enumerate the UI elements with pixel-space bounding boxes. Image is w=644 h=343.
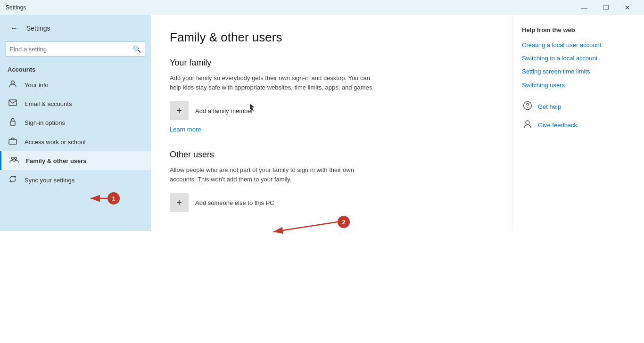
search-icon: 🔍 — [133, 45, 141, 53]
page-title: Family & other users — [170, 30, 493, 45]
svg-rect-2 — [10, 121, 15, 125]
svg-rect-1 — [9, 100, 17, 106]
add-family-icon: + — [170, 101, 189, 120]
accounts-label: Accounts — [0, 62, 151, 75]
sign-in-icon — [8, 117, 18, 128]
help-link-switching-local[interactable]: Switching to a local account — [522, 54, 635, 63]
right-panel: Help from the web Creating a local user … — [512, 15, 644, 231]
family-label: Family & other users — [26, 157, 87, 164]
help-link-creating-local[interactable]: Creating a local user account — [522, 41, 635, 49]
svg-point-5 — [15, 157, 17, 160]
sync-icon — [8, 175, 18, 185]
help-link-screen-time[interactable]: Setting screen time limits — [522, 67, 635, 76]
minimize-button[interactable]: — — [573, 0, 595, 15]
sign-in-label: Sign-in options — [25, 119, 65, 126]
app-body: ← Settings 🔍 Accounts Your info — [0, 15, 644, 231]
back-button[interactable]: ← — [8, 22, 21, 35]
svg-point-8 — [526, 121, 529, 124]
give-feedback-action[interactable]: Give feedback — [522, 119, 635, 131]
other-users-title: Other users — [170, 150, 493, 160]
svg-point-0 — [11, 81, 15, 84]
svg-rect-3 — [9, 139, 17, 144]
help-title: Help from the web — [522, 26, 635, 33]
your-family-desc: Add your family so everybody gets their … — [170, 74, 382, 92]
help-actions: Get help Give feedback — [522, 101, 635, 131]
family-icon — [9, 156, 19, 165]
sync-label: Sync your settings — [25, 177, 74, 184]
titlebar-title: Settings — [6, 4, 573, 11]
get-help-icon — [522, 101, 533, 113]
badge-1: 1 — [107, 192, 120, 204]
add-other-icon: + — [170, 193, 189, 212]
add-other-user-button[interactable]: + Add someone else to this PC — [170, 193, 493, 212]
search-input[interactable] — [10, 46, 133, 53]
other-users-desc: Allow people who are not part of your fa… — [170, 165, 382, 184]
svg-point-4 — [12, 157, 14, 160]
svg-point-7 — [527, 107, 528, 108]
add-family-label: Add a family member — [195, 107, 253, 114]
sidebar-item-sign-in[interactable]: Sign-in options — [0, 113, 151, 132]
titlebar: Settings — ❐ ✕ — [0, 0, 644, 15]
your-family-title: Your family — [170, 58, 493, 68]
your-info-icon — [8, 80, 18, 90]
search-box[interactable]: 🔍 — [6, 41, 145, 57]
add-family-member-button[interactable]: + Add a family member — [170, 101, 493, 120]
sidebar-item-your-info[interactable]: Your info — [0, 75, 151, 95]
sidebar-header: ← Settings — [0, 15, 151, 41]
access-work-label: Access work or school — [25, 139, 85, 146]
add-other-label: Add someone else to this PC — [195, 199, 274, 206]
titlebar-controls: — ❐ ✕ — [573, 0, 638, 15]
sidebar-item-sync[interactable]: Sync your settings — [0, 170, 151, 190]
maximize-button[interactable]: ❐ — [595, 0, 617, 15]
sidebar-item-access-work[interactable]: Access work or school — [0, 132, 151, 151]
main-content: Family & other users Your family Add you… — [151, 15, 512, 231]
give-feedback-label: Give feedback — [538, 122, 577, 129]
learn-more-link[interactable]: Learn more — [170, 126, 201, 133]
close-button[interactable]: ✕ — [617, 0, 638, 15]
badge-2: 2 — [338, 216, 350, 228]
help-link-switching-users[interactable]: Switching users — [522, 81, 635, 90]
get-help-label: Get help — [538, 103, 561, 110]
email-icon — [8, 99, 18, 108]
sidebar: ← Settings 🔍 Accounts Your info — [0, 15, 151, 231]
your-info-label: Your info — [25, 82, 49, 89]
give-feedback-icon — [522, 119, 533, 131]
sidebar-item-family[interactable]: Family & other users — [0, 151, 151, 170]
get-help-action[interactable]: Get help — [522, 101, 635, 113]
sidebar-app-title: Settings — [26, 24, 50, 32]
email-accounts-label: Email & accounts — [25, 100, 72, 107]
sidebar-item-email-accounts[interactable]: Email & accounts — [0, 95, 151, 113]
work-icon — [8, 137, 18, 147]
